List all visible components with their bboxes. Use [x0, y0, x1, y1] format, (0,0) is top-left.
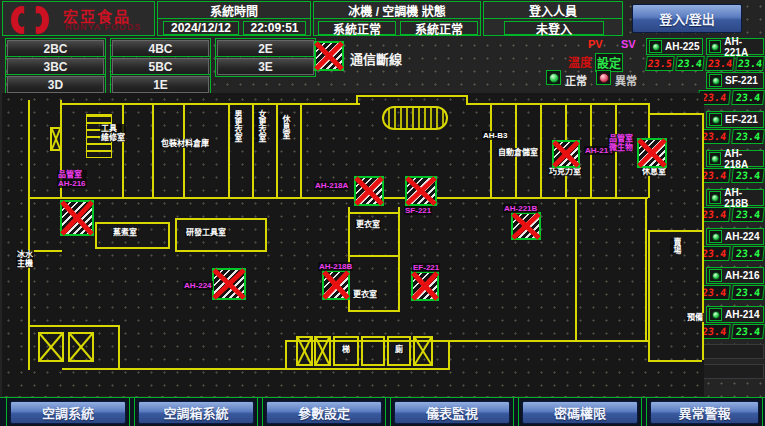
- nav-ahu-system-button[interactable]: 空調箱系統: [138, 401, 254, 424]
- ahu-unit-icon[interactable]: [552, 140, 580, 168]
- ahu-label: SF-221: [404, 206, 432, 215]
- unit-pv-value: 23.4: [705, 56, 735, 71]
- floor-button-3d[interactable]: 3D: [7, 76, 104, 93]
- stair-x-icon: [38, 332, 64, 362]
- unit-empty-slot: [698, 344, 764, 359]
- stair-x-icon: [68, 332, 94, 362]
- unit-sv-value: 23.4: [731, 90, 765, 105]
- unit-panel-ah221a[interactable]: AH-221A: [706, 38, 764, 55]
- floor-plan: 工具維修室 包裝材料倉庫 男更衣室 女更衣室 休息室 AH-B3 自動倉儲室 巧…: [2, 93, 704, 396]
- unit-lamp: [709, 113, 722, 126]
- room-label: 自動倉儲室: [497, 148, 539, 157]
- ahu-unit-icon[interactable]: [322, 270, 350, 300]
- unit-lamp: [709, 230, 722, 243]
- room-label: 巧克力室: [548, 167, 582, 176]
- ahu-label: AH-218A: [314, 181, 349, 190]
- stair-x-icon: [296, 336, 313, 366]
- unit-lamp: [709, 152, 721, 165]
- stair-x-icon: [314, 336, 331, 366]
- unit-name-label: AH-221A: [724, 36, 763, 58]
- unit-panel-ah225[interactable]: AH-225: [646, 38, 703, 55]
- unit-sv-value: 23.4: [731, 246, 765, 261]
- ahu-label: AH-218B: [318, 262, 353, 271]
- ahu-unit-icon[interactable]: [405, 176, 437, 206]
- floor-button-5bc[interactable]: 5BC: [112, 58, 209, 75]
- room-label: 蒸煮室: [112, 228, 138, 237]
- unit-lamp: [709, 269, 722, 282]
- unit-sv-value: 23.4: [731, 324, 765, 339]
- system-date-value: 2024/12/12: [163, 21, 239, 35]
- abnormal-legend-lamp: [596, 70, 611, 85]
- unit-values-ah218b: 23.423.4: [698, 207, 764, 222]
- room-label: 更衣室: [355, 220, 381, 229]
- floor-button-4bc[interactable]: 4BC: [112, 40, 209, 57]
- normal-legend-label: 正常: [565, 72, 587, 88]
- brand-logo-icon: [11, 6, 57, 34]
- floor-button-2e[interactable]: 2E: [217, 40, 314, 57]
- unit-values-sf221: 23.423.4: [698, 90, 764, 105]
- normal-legend-lamp: [546, 70, 561, 85]
- ahu-unit-icon[interactable]: [637, 138, 667, 168]
- stair-x-icon: [413, 336, 433, 366]
- nav-alarm-button[interactable]: 異常警報: [650, 401, 759, 424]
- nav-password-auth-button[interactable]: 密碼權限: [522, 401, 638, 424]
- unit-sv-value: 23.4: [731, 285, 765, 300]
- login-logout-button[interactable]: 登入/登出: [632, 4, 742, 33]
- floor-button-3e[interactable]: 3E: [217, 58, 314, 75]
- ahu-label: 品管室AH-216: [57, 170, 87, 188]
- machine-status-panel: 冰機 / 空調機 狀態 系統正常 系統正常: [313, 1, 481, 36]
- unit-values-ah225: 23.523.4: [646, 56, 703, 71]
- ahu-label: 品管室微生物: [608, 134, 634, 152]
- unit-sv-value: 23.4: [735, 56, 765, 71]
- system-clock-value: 22:09:51: [243, 21, 306, 35]
- floor-button-1e[interactable]: 1E: [112, 76, 209, 93]
- room-label: 賣場: [670, 238, 682, 254]
- unit-panel-ah218b[interactable]: AH-218B: [706, 189, 764, 206]
- chiller-status-value: 系統正常: [318, 21, 396, 35]
- comm-loss-legend-label: 通信斷線: [350, 49, 402, 68]
- unit-name-label: AH-224: [725, 231, 759, 242]
- nav-parameter-settings-button[interactable]: 參數設定: [266, 401, 382, 424]
- unit-lamp: [709, 191, 721, 204]
- ahu-label: EF-221: [412, 263, 440, 272]
- ahu-unit-icon[interactable]: [511, 212, 541, 240]
- nav-hvac-system-button[interactable]: 空調系統: [10, 401, 126, 424]
- unit-name-label: SF-221: [725, 75, 758, 86]
- room-label: 包裝材料倉庫: [160, 139, 210, 148]
- nav-meter-monitor-button[interactable]: 儀表監視: [394, 401, 510, 424]
- unit-panel-ah224[interactable]: AH-224: [706, 228, 764, 245]
- unit-name-label: AH-218A: [724, 148, 763, 170]
- unit-name-label: AH-218B: [724, 187, 763, 209]
- ahu-unit-icon[interactable]: [60, 200, 94, 236]
- unit-panel-ah218a[interactable]: AH-218A: [706, 150, 764, 167]
- brand-name-en: HUNYA FOODS: [65, 22, 141, 32]
- unit-panel-ef221[interactable]: EF-221: [706, 111, 764, 128]
- ahu-unit-icon[interactable]: [354, 176, 384, 206]
- floor-button-2bc[interactable]: 2BC: [7, 40, 104, 57]
- sv-label: SV: [621, 38, 636, 50]
- ahu-unit-icon[interactable]: [411, 271, 439, 301]
- login-panel: 登入人員 未登入: [483, 1, 623, 36]
- unit-lamp: [709, 308, 722, 321]
- unit-sv-value: 23.4: [675, 56, 704, 71]
- unit-panel-ah216[interactable]: AH-216: [706, 267, 764, 284]
- unit-pv-value: 23.5: [645, 56, 674, 71]
- stair-x-icon: [50, 127, 62, 151]
- unit-panel-sf221[interactable]: SF-221: [706, 72, 764, 89]
- room-label: 男更衣室: [231, 110, 243, 142]
- room-label: AH-B3: [482, 131, 508, 140]
- ahu-label: AH-221B: [503, 204, 538, 213]
- bottom-nav-bar: 空調系統 空調箱系統 參數設定 儀表監視 密碼權限 異常警報: [0, 397, 765, 426]
- floor-button-3bc[interactable]: 3BC: [7, 58, 104, 75]
- setpoint-prefix-label: 溫度: [568, 53, 592, 70]
- ahu-label: AH-224: [183, 281, 213, 290]
- system-time-label: 系統時間: [158, 2, 310, 19]
- unit-empty-slot: [698, 364, 764, 379]
- room-label: 休息室: [279, 115, 291, 139]
- unit-panel-ah214[interactable]: AH-214: [706, 306, 764, 323]
- ahu-unit-icon[interactable]: [212, 268, 246, 300]
- unit-sv-value: 23.4: [731, 129, 765, 144]
- room-label: 預備: [686, 313, 704, 322]
- logo-panel: 宏亞食品 HUNYA FOODS: [2, 1, 155, 36]
- room-label: 廁: [394, 345, 404, 354]
